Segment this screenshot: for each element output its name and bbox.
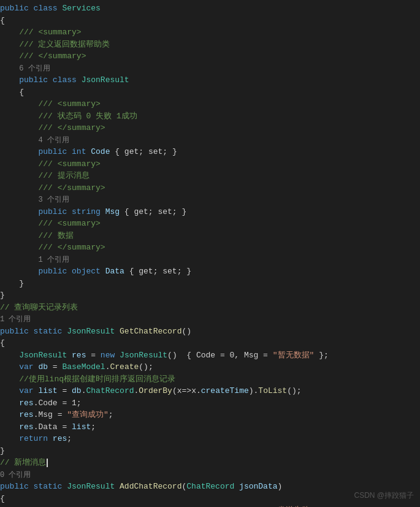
code-token	[0, 207, 38, 216]
code-token: ChatRecord	[86, 386, 134, 395]
code-line: // 新增消息	[0, 457, 420, 469]
code-line: 1 个引用	[0, 254, 420, 266]
code-token	[0, 88, 19, 97]
code-line: // 查询聊天记录列表	[0, 302, 420, 314]
code-line: /// <summary>	[0, 98, 420, 110]
code-line: public class JsonResult	[0, 74, 420, 86]
code-token: res	[19, 422, 33, 432]
code-token	[0, 434, 19, 443]
code-token	[0, 422, 19, 432]
code-token: jsonData	[239, 482, 277, 491]
code-line: var db = BaseModel.Create();	[0, 361, 420, 373]
code-token: {	[0, 494, 5, 503]
code-token: /// <summary>	[38, 159, 100, 169]
code-token: ;	[109, 410, 113, 419]
code-token: list	[38, 386, 57, 395]
code-token: JsonResult	[19, 351, 67, 360]
code-token: /// </summary>	[19, 51, 86, 61]
code-token: Msg	[105, 207, 120, 216]
code-token	[0, 398, 19, 408]
code-token: { get; set; }	[124, 267, 191, 276]
code-line: }	[0, 289, 420, 302]
code-token	[0, 231, 38, 240]
code-token: /// 数据	[38, 231, 73, 240]
code-token	[0, 279, 19, 288]
code-token: JsonResult	[82, 75, 129, 85]
code-line: return res;	[0, 433, 420, 445]
code-line: /// </summary>	[0, 182, 420, 194]
code-token: ToList	[258, 386, 287, 395]
code-token: ChatRecord	[186, 482, 234, 491]
code-token: {	[19, 88, 24, 97]
code-token: =	[58, 386, 72, 395]
code-token: AddChatRecord	[120, 482, 181, 491]
code-token: };	[314, 351, 328, 360]
code-token: () { Code = 0, Msg =	[167, 351, 273, 360]
code-token: /// </summary>	[38, 183, 105, 193]
code-line: /// <summary>	[0, 26, 420, 39]
code-token	[0, 99, 38, 109]
code-token: Code	[91, 147, 110, 156]
code-token	[0, 351, 19, 360]
code-token: .Data =	[34, 422, 72, 432]
code-token: /// <summary>	[38, 99, 100, 109]
code-token	[0, 410, 19, 419]
code-token: { get; set; }	[120, 207, 186, 216]
code-line: /// </summary>	[0, 122, 420, 134]
code-token: public static	[0, 482, 67, 491]
code-token: { get; set; }	[110, 147, 177, 156]
code-token: {	[0, 338, 5, 348]
code-line: public string Msg { get; set; }	[0, 206, 420, 218]
code-token	[0, 171, 38, 180]
code-token: }	[0, 446, 5, 456]
code-line: public class Services	[0, 2, 420, 15]
code-token: res	[72, 351, 86, 360]
code-token: Create	[110, 362, 139, 372]
code-line: JsonResult res = new JsonResult() { Code…	[0, 505, 420, 507]
ref-count-label: 3 个引用	[38, 196, 69, 204]
code-token: var	[19, 362, 38, 372]
code-token	[0, 195, 38, 204]
code-token: /// <summary>	[38, 219, 100, 228]
code-token: }	[19, 279, 24, 288]
code-token: )	[278, 482, 283, 491]
ref-count-label: 1 个引用	[38, 256, 69, 264]
code-token	[0, 64, 19, 73]
code-token	[234, 482, 239, 491]
code-line: /// <summary>	[0, 158, 420, 170]
code-line: /// </summary>	[0, 50, 420, 63]
code-token: =	[86, 351, 100, 360]
code-token: .Msg =	[34, 410, 67, 419]
ref-count-label: 1 个引用	[0, 315, 31, 324]
code-token: // 新增消息	[0, 458, 46, 467]
code-token	[0, 362, 19, 372]
code-line: /// 数据	[0, 230, 420, 242]
code-token	[0, 51, 19, 61]
code-token: OrderBy	[139, 386, 172, 395]
code-line: res.Msg = "查询成功";	[0, 409, 420, 421]
code-token	[0, 40, 19, 49]
code-token: JsonResult	[120, 351, 167, 360]
code-line: /// 定义返回数据帮助类	[0, 39, 420, 51]
code-line: res.Data = list;	[0, 421, 420, 433]
code-token: /// </summary>	[38, 123, 105, 132]
code-token: public int	[38, 147, 91, 156]
code-line: 6 个引用	[0, 63, 420, 75]
code-line: /// 状态码 0 失败 1成功	[0, 110, 420, 123]
text-cursor	[47, 459, 48, 467]
code-token: ;	[67, 434, 72, 443]
code-token: .Code = 1;	[34, 398, 82, 408]
code-token: // 查询聊天记录列表	[0, 303, 78, 312]
code-token: db	[72, 386, 82, 395]
code-token	[0, 147, 38, 156]
code-token: //使用linq根据创建时间排序返回消息记录	[19, 375, 175, 384]
code-line: 1 个引用	[0, 313, 420, 326]
code-token: "查询成功"	[67, 410, 109, 419]
code-token: return	[19, 434, 53, 443]
code-token: var	[19, 386, 38, 395]
code-token: ();	[139, 362, 153, 372]
code-token: list	[72, 422, 91, 432]
code-line: /// </summary>	[0, 242, 420, 254]
code-token	[0, 255, 38, 264]
code-token: /// 提示消息	[38, 171, 89, 180]
